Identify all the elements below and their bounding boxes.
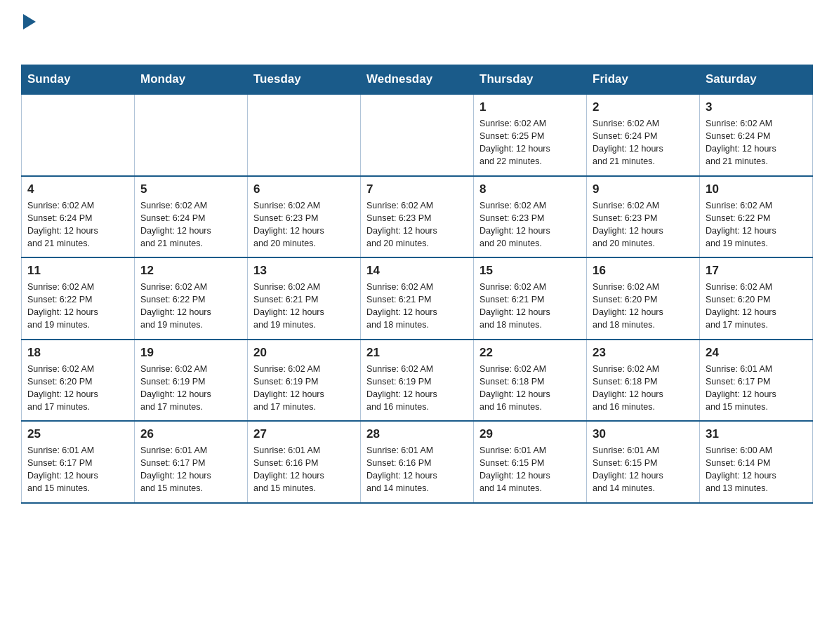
col-thursday: Thursday [474,65,587,95]
table-row: 29Sunrise: 6:01 AMSunset: 6:15 PMDayligh… [474,421,587,503]
day-number: 30 [593,427,694,441]
col-wednesday: Wednesday [361,65,474,95]
col-sunday: Sunday [22,65,135,95]
calendar-table: Sunday Monday Tuesday Wednesday Thursday… [21,65,813,504]
table-row: 17Sunrise: 6:02 AMSunset: 6:20 PMDayligh… [700,257,813,340]
day-number: 16 [593,264,694,278]
day-number: 1 [479,100,581,114]
day-info: Sunrise: 6:01 AMSunset: 6:16 PMDaylight:… [253,444,355,495]
day-info: Sunrise: 6:02 AMSunset: 6:20 PMDaylight:… [706,281,807,332]
table-row: 30Sunrise: 6:01 AMSunset: 6:15 PMDayligh… [587,421,700,503]
day-info: Sunrise: 6:02 AMSunset: 6:24 PMDaylight:… [593,117,694,168]
table-row: 7Sunrise: 6:02 AMSunset: 6:23 PMDaylight… [361,176,474,258]
day-info: Sunrise: 6:01 AMSunset: 6:17 PMDaylight:… [140,444,241,495]
day-number: 23 [593,346,694,360]
col-tuesday: Tuesday [248,65,361,95]
col-friday: Friday [587,65,700,95]
day-info: Sunrise: 6:01 AMSunset: 6:15 PMDaylight:… [593,444,694,495]
day-info: Sunrise: 6:00 AMSunset: 6:14 PMDaylight:… [706,444,807,495]
calendar-week-row: 18Sunrise: 6:02 AMSunset: 6:20 PMDayligh… [22,340,813,422]
day-info: Sunrise: 6:01 AMSunset: 6:17 PMDaylight:… [27,444,128,495]
calendar-week-row: 1Sunrise: 6:02 AMSunset: 6:25 PMDaylight… [22,94,813,176]
day-number: 13 [253,264,355,278]
day-info: Sunrise: 6:02 AMSunset: 6:22 PMDaylight:… [27,281,128,332]
table-row: 23Sunrise: 6:02 AMSunset: 6:18 PMDayligh… [587,340,700,422]
day-number: 24 [706,346,807,360]
day-number: 29 [479,427,581,441]
calendar-week-row: 25Sunrise: 6:01 AMSunset: 6:17 PMDayligh… [22,421,813,503]
day-info: Sunrise: 6:02 AMSunset: 6:21 PMDaylight:… [366,281,468,332]
day-info: Sunrise: 6:02 AMSunset: 6:23 PMDaylight:… [253,199,355,250]
day-number: 11 [27,264,128,278]
page-header [21,14,813,52]
day-info: Sunrise: 6:02 AMSunset: 6:25 PMDaylight:… [479,117,581,168]
day-number: 17 [706,264,807,278]
table-row: 16Sunrise: 6:02 AMSunset: 6:20 PMDayligh… [587,257,700,340]
table-row: 4Sunrise: 6:02 AMSunset: 6:24 PMDaylight… [22,176,135,258]
table-row: 19Sunrise: 6:02 AMSunset: 6:19 PMDayligh… [135,340,248,422]
day-number: 27 [253,427,355,441]
day-info: Sunrise: 6:02 AMSunset: 6:18 PMDaylight:… [479,363,581,414]
day-info: Sunrise: 6:02 AMSunset: 6:19 PMDaylight:… [140,363,241,414]
day-number: 10 [706,182,807,196]
day-info: Sunrise: 6:02 AMSunset: 6:19 PMDaylight:… [253,363,355,414]
day-number: 19 [140,346,241,360]
table-row: 27Sunrise: 6:01 AMSunset: 6:16 PMDayligh… [248,421,361,503]
table-row: 22Sunrise: 6:02 AMSunset: 6:18 PMDayligh… [474,340,587,422]
day-info: Sunrise: 6:02 AMSunset: 6:23 PMDaylight:… [593,199,694,250]
day-info: Sunrise: 6:02 AMSunset: 6:20 PMDaylight:… [593,281,694,332]
table-row: 9Sunrise: 6:02 AMSunset: 6:23 PMDaylight… [587,176,700,258]
day-info: Sunrise: 6:02 AMSunset: 6:21 PMDaylight:… [253,281,355,332]
table-row: 13Sunrise: 6:02 AMSunset: 6:21 PMDayligh… [248,257,361,340]
day-info: Sunrise: 6:01 AMSunset: 6:16 PMDaylight:… [366,444,468,495]
table-row [135,94,248,176]
day-number: 6 [253,182,355,196]
day-number: 22 [479,346,581,360]
day-number: 26 [140,427,241,441]
table-row: 26Sunrise: 6:01 AMSunset: 6:17 PMDayligh… [135,421,248,503]
day-number: 28 [366,427,468,441]
table-row [22,94,135,176]
day-info: Sunrise: 6:02 AMSunset: 6:18 PMDaylight:… [593,363,694,414]
table-row: 6Sunrise: 6:02 AMSunset: 6:23 PMDaylight… [248,176,361,258]
table-row: 1Sunrise: 6:02 AMSunset: 6:25 PMDaylight… [474,94,587,176]
day-number: 2 [593,100,694,114]
day-number: 14 [366,264,468,278]
table-row: 2Sunrise: 6:02 AMSunset: 6:24 PMDaylight… [587,94,700,176]
table-row: 18Sunrise: 6:02 AMSunset: 6:20 PMDayligh… [22,340,135,422]
day-info: Sunrise: 6:02 AMSunset: 6:20 PMDaylight:… [27,363,128,414]
table-row: 25Sunrise: 6:01 AMSunset: 6:17 PMDayligh… [22,421,135,503]
table-row: 8Sunrise: 6:02 AMSunset: 6:23 PMDaylight… [474,176,587,258]
logo [21,14,36,52]
day-info: Sunrise: 6:02 AMSunset: 6:24 PMDaylight:… [140,199,241,250]
table-row: 3Sunrise: 6:02 AMSunset: 6:24 PMDaylight… [700,94,813,176]
day-number: 3 [706,100,807,114]
table-row: 10Sunrise: 6:02 AMSunset: 6:22 PMDayligh… [700,176,813,258]
table-row [361,94,474,176]
logo-arrow-icon [23,14,36,29]
day-number: 9 [593,182,694,196]
table-row: 5Sunrise: 6:02 AMSunset: 6:24 PMDaylight… [135,176,248,258]
day-number: 4 [27,182,128,196]
col-monday: Monday [135,65,248,95]
day-info: Sunrise: 6:02 AMSunset: 6:19 PMDaylight:… [366,363,468,414]
table-row: 24Sunrise: 6:01 AMSunset: 6:17 PMDayligh… [700,340,813,422]
table-row: 14Sunrise: 6:02 AMSunset: 6:21 PMDayligh… [361,257,474,340]
table-row: 20Sunrise: 6:02 AMSunset: 6:19 PMDayligh… [248,340,361,422]
day-number: 20 [253,346,355,360]
calendar-week-row: 4Sunrise: 6:02 AMSunset: 6:24 PMDaylight… [22,176,813,258]
table-row: 21Sunrise: 6:02 AMSunset: 6:19 PMDayligh… [361,340,474,422]
day-info: Sunrise: 6:01 AMSunset: 6:15 PMDaylight:… [479,444,581,495]
table-row: 15Sunrise: 6:02 AMSunset: 6:21 PMDayligh… [474,257,587,340]
day-number: 5 [140,182,241,196]
table-row [248,94,361,176]
day-info: Sunrise: 6:02 AMSunset: 6:22 PMDaylight:… [706,199,807,250]
day-info: Sunrise: 6:02 AMSunset: 6:22 PMDaylight:… [140,281,241,332]
day-number: 12 [140,264,241,278]
day-info: Sunrise: 6:02 AMSunset: 6:23 PMDaylight:… [366,199,468,250]
day-info: Sunrise: 6:02 AMSunset: 6:21 PMDaylight:… [479,281,581,332]
table-row: 28Sunrise: 6:01 AMSunset: 6:16 PMDayligh… [361,421,474,503]
day-number: 15 [479,264,581,278]
day-number: 21 [366,346,468,360]
day-number: 7 [366,182,468,196]
